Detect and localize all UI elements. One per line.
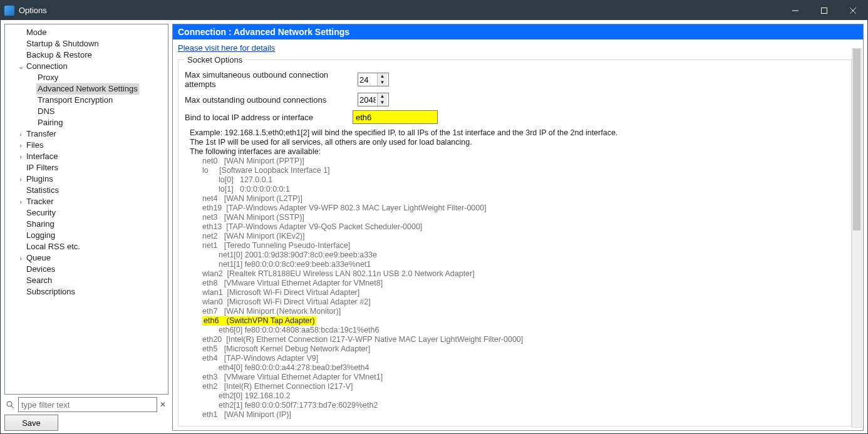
titlebar: Options — [1, 1, 867, 20]
page-title: Connection : Advanced Network Settings — [173, 24, 863, 39]
save-button[interactable]: Save — [4, 415, 58, 431]
tree-item-label: Connection — [25, 61, 69, 72]
tree-item[interactable]: Statistics — [5, 185, 168, 196]
svg-rect-1 — [822, 8, 827, 13]
search-icon — [4, 399, 16, 410]
socket-options-legend: Socket Options — [185, 55, 245, 65]
spin-up-icon[interactable]: ▲ — [377, 93, 387, 100]
tree-item[interactable]: Proxy — [5, 72, 168, 83]
tree-item[interactable]: Backup & Restore — [5, 49, 168, 61]
tree-item-label: Pairing — [36, 117, 64, 128]
max-sim-input[interactable] — [358, 73, 377, 86]
scrollbar-thumb[interactable] — [853, 49, 860, 230]
tree-item-label: Proxy — [36, 72, 59, 83]
bind-note2-text: The following interfaces are available: — [190, 147, 845, 157]
tree-item-label: Transfer — [25, 128, 58, 140]
tree-item-label: Search — [25, 275, 53, 286]
bind-note1-text: The 1st IP will be used for all services… — [190, 138, 845, 147]
tree-item-label: Security — [25, 207, 57, 219]
tree-item-label: Startup & Shutdown — [25, 38, 100, 49]
tree-item[interactable]: ›Files — [5, 140, 168, 151]
chevron-right-icon[interactable]: › — [16, 196, 25, 207]
details-link[interactable]: Please visit here for details — [178, 43, 275, 53]
max-out-spinner[interactable]: ▲▼ — [358, 93, 389, 106]
app-icon — [4, 6, 14, 16]
tree-item[interactable]: Pairing — [5, 117, 168, 128]
socket-options-group: Socket Options Max simultaneous outbound… — [178, 55, 852, 426]
bind-example-text: Example: 192.168.1.5;eth0;eth1[2] will b… — [190, 128, 845, 138]
tree-item-label: Mode — [25, 27, 48, 38]
tree-item[interactable]: ›Tracker — [5, 196, 168, 207]
clear-filter-icon[interactable]: ✕ — [160, 400, 168, 409]
tree-item-label: Files — [25, 140, 44, 151]
tree-item[interactable]: ⌄Connection — [5, 61, 168, 72]
chevron-right-icon[interactable]: › — [16, 128, 25, 140]
tree-item[interactable]: ›Plugins — [5, 173, 168, 185]
max-sim-spinner[interactable]: ▲▼ — [358, 73, 389, 86]
svg-point-4 — [7, 401, 12, 406]
tree-item-label: Queue — [25, 252, 52, 264]
tree-item[interactable]: Logging — [5, 230, 168, 241]
tree-item[interactable]: Advanced Network Settings — [5, 83, 168, 95]
chevron-right-icon[interactable]: › — [16, 140, 25, 151]
max-out-label: Max outstanding outbound connections — [185, 95, 353, 105]
tree-item-label: Local RSS etc. — [25, 241, 81, 252]
max-out-input[interactable] — [358, 93, 377, 106]
tree-item[interactable]: ›Queue — [5, 252, 168, 264]
highlighted-interface: eth6 (SwitchVPN Tap Adapter) — [202, 316, 316, 326]
tree-item-label: Statistics — [25, 185, 60, 196]
chevron-down-icon[interactable]: ⌄ — [16, 61, 25, 72]
bind-input[interactable] — [353, 110, 438, 124]
tree-item[interactable]: Local RSS etc. — [5, 241, 168, 252]
bind-label: Bind to local IP address or interface — [185, 113, 348, 122]
vertical-scrollbar[interactable] — [852, 48, 862, 428]
tree-item-label: Sharing — [25, 219, 56, 230]
tree-item[interactable]: Devices — [5, 264, 168, 275]
window-title: Options — [19, 6, 47, 15]
tree-item[interactable]: ›Transfer — [5, 128, 168, 140]
minimize-button[interactable] — [781, 1, 810, 20]
close-button[interactable] — [839, 1, 867, 20]
tree-item[interactable]: IP Filters — [5, 162, 168, 173]
tree-item[interactable]: Mode — [5, 27, 168, 38]
tree-item-label: Subscriptions — [25, 286, 76, 297]
tree-item-label: Advanced Network Settings — [36, 83, 139, 95]
max-sim-label: Max simultaneous outbound connection att… — [185, 70, 353, 89]
spin-up-icon[interactable]: ▲ — [377, 73, 387, 80]
spin-down-icon[interactable]: ▼ — [377, 100, 387, 106]
tree-item-label: Logging — [25, 230, 56, 241]
tree-item-label: Transport Encryption — [36, 95, 114, 106]
tree-item-label: Tracker — [25, 196, 55, 207]
tree-item-label: Backup & Restore — [25, 49, 93, 61]
filter-input[interactable] — [18, 397, 157, 412]
interface-list: net0 [WAN Miniport (PPTP)] lo [Software … — [190, 157, 845, 420]
chevron-right-icon[interactable]: › — [16, 151, 25, 162]
chevron-right-icon[interactable]: › — [16, 252, 25, 264]
tree-item-label: IP Filters — [25, 162, 59, 173]
tree-item-label: DNS — [36, 106, 56, 117]
tree-item[interactable]: Transport Encryption — [5, 95, 168, 106]
tree-item-label: Devices — [25, 264, 56, 275]
tree-item-label: Plugins — [25, 173, 54, 185]
settings-tree[interactable]: ModeStartup & ShutdownBackup & Restore⌄C… — [4, 24, 168, 395]
tree-item[interactable]: Security — [5, 207, 168, 219]
maximize-button[interactable] — [810, 1, 839, 20]
tree-item[interactable]: Search — [5, 275, 168, 286]
svg-line-5 — [11, 406, 14, 408]
tree-item[interactable]: Startup & Shutdown — [5, 38, 168, 49]
chevron-right-icon[interactable]: › — [16, 173, 25, 185]
tree-item-label: Interface — [25, 151, 59, 162]
tree-item[interactable]: Subscriptions — [5, 286, 168, 297]
tree-item[interactable]: DNS — [5, 106, 168, 117]
tree-item[interactable]: Sharing — [5, 219, 168, 230]
tree-item[interactable]: ›Interface — [5, 151, 168, 162]
spin-down-icon[interactable]: ▼ — [377, 80, 387, 86]
